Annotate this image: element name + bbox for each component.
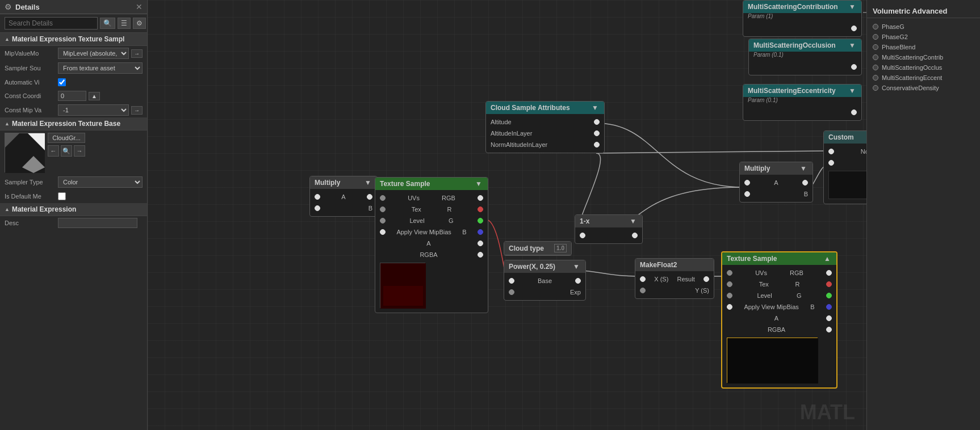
const-coord-arrow[interactable]: ▲ bbox=[89, 92, 100, 100]
main-canvas[interactable]: MultiScatteringContribution ▼ Param (1) … bbox=[148, 0, 866, 430]
section-material-expression[interactable]: Material Expression bbox=[0, 203, 147, 216]
pin-b-left[interactable] bbox=[315, 205, 320, 211]
right-panel-item-multiscattering-contrib[interactable]: MultiScatteringContrib bbox=[867, 52, 980, 62]
pin-altitude[interactable] bbox=[594, 119, 600, 125]
pin-uvs-2-in[interactable] bbox=[727, 270, 732, 276]
pin-rgb-2[interactable] bbox=[826, 270, 832, 276]
pin-out-1x[interactable] bbox=[632, 233, 638, 238]
pin-a-out-1[interactable] bbox=[478, 241, 483, 246]
pin-multiscattering-contrib[interactable] bbox=[873, 54, 878, 60]
const-coord-input[interactable] bbox=[58, 91, 86, 101]
pin-phaseg[interactable] bbox=[873, 24, 878, 29]
pin-y-in[interactable] bbox=[640, 288, 646, 293]
right-panel-item-phaseg[interactable]: PhaseG bbox=[867, 22, 980, 32]
pin-phaseg2[interactable] bbox=[873, 34, 878, 40]
pin-b-multiply-top[interactable] bbox=[744, 191, 750, 197]
pin-in-1x[interactable] bbox=[580, 233, 585, 238]
texture-back-button[interactable]: ← bbox=[48, 145, 59, 157]
pin-level-2-in[interactable] bbox=[727, 293, 732, 298]
pin-altitude-in-layer[interactable] bbox=[594, 130, 600, 136]
section-texture-sample[interactable]: Material Expression Texture Sampl bbox=[0, 33, 147, 46]
collapse-btn-eccentricity[interactable]: ▼ bbox=[848, 87, 857, 95]
right-panel-item-phaseblend[interactable]: PhaseBlend bbox=[867, 42, 980, 52]
pin-density-in[interactable] bbox=[828, 160, 834, 166]
right-panel-item-phaseg2[interactable]: PhaseG2 bbox=[867, 32, 980, 42]
collapse-button[interactable]: ▼ bbox=[848, 3, 857, 11]
pin-phaseblend[interactable] bbox=[873, 44, 878, 50]
pin-tex-2-in[interactable] bbox=[727, 281, 732, 287]
node-cloud-sample-attributes[interactable]: Cloud Sample Attributes ▼ Altitude Altit… bbox=[485, 101, 605, 153]
collapse-btn-cloud[interactable]: ▼ bbox=[590, 104, 600, 112]
collapse-btn-texture-1[interactable]: ▼ bbox=[474, 180, 483, 188]
pin-norm-altitude[interactable] bbox=[594, 142, 600, 147]
auto-view-checkbox[interactable] bbox=[58, 78, 66, 86]
pin-out-left[interactable] bbox=[367, 194, 372, 200]
texture-goto-button[interactable]: → bbox=[74, 145, 85, 157]
pin-result[interactable] bbox=[703, 276, 709, 282]
node-custom[interactable]: Custom ▲ NormAltitude Density bbox=[823, 130, 866, 204]
pin-out-multiply-top[interactable] bbox=[802, 180, 808, 186]
node-make-float2[interactable]: MakeFloat2 X (S) Result Y (S) bbox=[635, 258, 714, 299]
collapse-btn-multiply-left[interactable]: ▼ bbox=[363, 179, 372, 187]
node-texture-sample-1[interactable]: Texture Sample ▼ UVs RGB Tex R Level G bbox=[375, 177, 488, 313]
pin-applymip-2-in[interactable] bbox=[727, 304, 732, 310]
node-power[interactable]: Power(X, 0.25) ▼ Base Exp bbox=[504, 260, 586, 301]
node-multiscattering-occlusion[interactable]: MultiScatteringOcclusion ▼ Param (0.1) bbox=[748, 39, 862, 75]
pin-b-1[interactable] bbox=[478, 229, 483, 235]
collapse-btn-power[interactable]: ▼ bbox=[572, 263, 581, 271]
right-panel-item-multiscattering-occlus[interactable]: MultiScatteringOcclus bbox=[867, 62, 980, 73]
pin-r-2[interactable] bbox=[826, 281, 832, 287]
sampler-type-select[interactable]: Color bbox=[58, 176, 143, 188]
pin-multiscattering-occlus[interactable] bbox=[873, 65, 878, 70]
right-panel-item-multiscattering-eccent[interactable]: MultiScatteringEccent bbox=[867, 73, 980, 83]
mip-arrow[interactable]: → bbox=[131, 49, 143, 58]
node-multiscattering-eccentricity[interactable]: MultiScatteringEccentricity ▼ Param (0.1… bbox=[743, 84, 862, 121]
pin-base-out[interactable] bbox=[575, 278, 581, 284]
search-button[interactable]: 🔍 bbox=[100, 18, 115, 29]
pin-a-multiply-top[interactable] bbox=[744, 180, 750, 186]
pin-exp-in[interactable] bbox=[509, 289, 514, 295]
pin-rgba-2[interactable] bbox=[826, 327, 832, 332]
pin-a-left[interactable] bbox=[315, 194, 320, 200]
texture-search-button[interactable]: 🔍 bbox=[61, 145, 72, 157]
sampler-source-select[interactable]: From texture asset bbox=[58, 62, 143, 74]
pin-uvs-1-in[interactable] bbox=[380, 195, 386, 201]
search-input[interactable] bbox=[5, 17, 98, 29]
node-multiply-top[interactable]: Multiply ▼ A B bbox=[739, 162, 813, 203]
list-view-button[interactable]: ☰ bbox=[118, 18, 131, 29]
collapse-btn[interactable]: ▼ bbox=[848, 41, 857, 49]
collapse-btn-1x[interactable]: ▼ bbox=[629, 217, 638, 225]
node-cloud-type[interactable]: Cloud type 1.0 bbox=[504, 241, 572, 256]
node-multiply-left[interactable]: Multiply ▼ A B bbox=[309, 176, 378, 217]
pin-tex-1-in[interactable] bbox=[380, 206, 386, 212]
pin-g-2[interactable] bbox=[826, 293, 832, 298]
pin-rgb-1[interactable] bbox=[478, 195, 483, 201]
texture-name-button[interactable]: CloudGr... bbox=[48, 133, 85, 143]
collapse-btn-multiply-top[interactable]: ▼ bbox=[799, 165, 808, 172]
settings-button[interactable]: ⚙ bbox=[133, 18, 146, 29]
pin-conservative-density[interactable] bbox=[873, 85, 878, 91]
output-pin-occlusion[interactable] bbox=[851, 64, 857, 70]
desc-input[interactable] bbox=[58, 218, 137, 228]
pin-rgba-1[interactable] bbox=[478, 252, 483, 258]
node-one-minus-x[interactable]: 1-x ▼ bbox=[575, 214, 643, 244]
pin-g-1[interactable] bbox=[478, 218, 483, 224]
pin-b-2[interactable] bbox=[826, 304, 832, 310]
const-mip-arrow[interactable]: → bbox=[131, 106, 143, 115]
pin-r-1[interactable] bbox=[478, 206, 483, 212]
node-texture-sample-2[interactable]: Texture Sample ▲ UVs RGB Tex R Level G bbox=[721, 251, 837, 389]
output-pin-eccentricity[interactable] bbox=[851, 109, 857, 115]
pin-norm-altitude-in[interactable] bbox=[828, 149, 834, 154]
pin-level-1-in[interactable] bbox=[380, 218, 386, 224]
output-pin[interactable] bbox=[851, 26, 857, 31]
pin-applymip-1-in[interactable] bbox=[380, 229, 386, 235]
is-default-checkbox[interactable] bbox=[58, 192, 66, 200]
pin-multiscattering-eccent[interactable] bbox=[873, 75, 878, 81]
close-icon[interactable]: ✕ bbox=[136, 2, 143, 11]
pin-x-in[interactable] bbox=[640, 276, 646, 282]
section-texture-base[interactable]: Material Expression Texture Base bbox=[0, 117, 147, 130]
collapse-btn-texture-2[interactable]: ▲ bbox=[823, 255, 832, 263]
mip-select[interactable]: MipLevel (absolute,... bbox=[58, 48, 129, 59]
pin-base-in[interactable] bbox=[509, 278, 514, 284]
const-mip-select[interactable]: -1 bbox=[58, 104, 129, 116]
